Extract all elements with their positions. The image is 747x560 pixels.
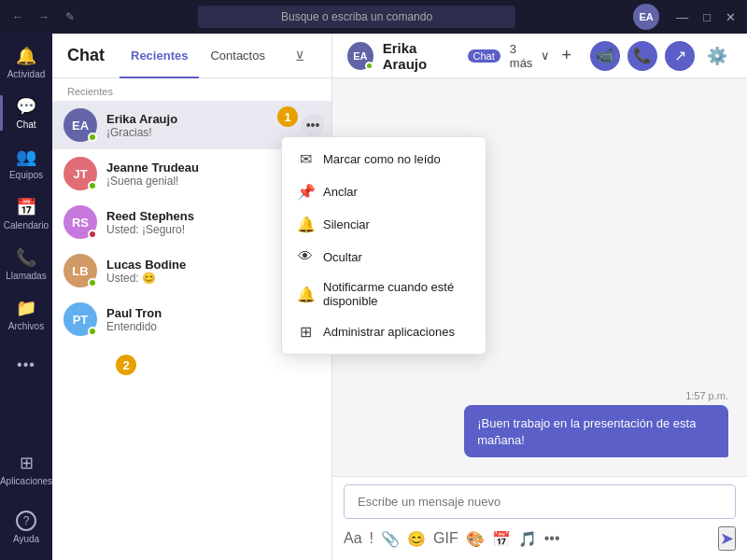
meeting-button[interactable]: 📅 xyxy=(492,530,511,548)
forward-button[interactable]: → xyxy=(34,7,54,27)
sidebar-item-calendario[interactable]: 📅 Calendario xyxy=(0,189,52,239)
chat-item-info: Reed Stephens Usted: ¡Seguro! xyxy=(106,209,305,236)
message-text: ¡Buen trabajo en la presentación de esta… xyxy=(477,416,696,447)
titlebar-nav: ← → ✎ xyxy=(7,7,80,27)
chat-item-info: Jeanne Trudeau ¡Suena genial! xyxy=(106,161,291,188)
back-button[interactable]: ← xyxy=(7,7,28,27)
search-placeholder: Busque o escriba un comando xyxy=(281,10,432,23)
status-indicator xyxy=(365,62,374,70)
chat-icon: 💬 xyxy=(16,96,36,117)
input-area: Aa ! 📎 😊 GIF 🎨 📅 🎵 ••• ➤ xyxy=(332,476,747,560)
avatar: EA xyxy=(63,108,97,142)
window-controls: — □ ✕ xyxy=(672,10,740,24)
chat-main-header: EA Erika Araujo Chat 3 más ∨ + 📹 📞 ↗ xyxy=(332,34,747,78)
mas-button[interactable]: 3 más ∨ xyxy=(510,42,551,70)
message-bubble: ¡Buen trabajo en la presentación de esta… xyxy=(464,405,728,457)
search-bar[interactable]: Busque o escriba un comando xyxy=(198,6,515,28)
menu-item-pin[interactable]: 📌 Anclar xyxy=(282,175,486,208)
avatar: RS xyxy=(63,205,97,239)
tab-recientes[interactable]: Recientes xyxy=(120,45,199,66)
more-toolbar-button[interactable]: ••• xyxy=(544,530,560,547)
chevron-down-icon: ∨ xyxy=(541,49,550,63)
step-badge-1: 1 xyxy=(277,106,298,127)
equipos-icon: 👥 xyxy=(16,147,36,167)
important-button[interactable]: ! xyxy=(370,530,374,547)
filter-icon[interactable]: ⊻ xyxy=(295,49,304,63)
input-toolbar: Aa ! 📎 😊 GIF 🎨 📅 🎵 ••• ➤ xyxy=(344,525,736,553)
audio-call-button[interactable]: 📞 xyxy=(627,41,657,71)
sidebar-item-actividad[interactable]: 🔔 Actividad xyxy=(0,37,52,88)
status-online-indicator xyxy=(88,181,97,190)
mute-icon: 🔔 xyxy=(297,216,314,233)
header-actions: 📹 📞 ↗ ⚙️ xyxy=(590,41,732,71)
edit-button[interactable]: ✎ xyxy=(60,7,80,27)
avatar: PT xyxy=(63,302,97,336)
audio-message-button[interactable]: 🎵 xyxy=(518,530,537,548)
gif-button[interactable]: GIF xyxy=(433,530,458,547)
sidebar-item-archivos[interactable]: 📁 Archivos xyxy=(0,289,52,340)
phone-icon: 📞 xyxy=(633,47,652,64)
more-options-button[interactable]: ••• xyxy=(302,114,324,136)
minimize-button[interactable]: — xyxy=(672,10,692,24)
contact-avatar: EA xyxy=(347,42,374,70)
pin-icon: 📌 xyxy=(297,183,314,201)
menu-item-notify[interactable]: 🔔 Notificarme cuando esté disponible xyxy=(282,273,486,315)
archivos-icon: 📁 xyxy=(16,298,36,318)
avatar: LB xyxy=(63,254,97,287)
step-badge-2: 2 xyxy=(116,355,136,375)
context-menu: ✉ Marcar como no leído 📌 Anclar 🔔 Silenc… xyxy=(281,136,486,355)
sidebar-item-equipos[interactable]: 👥 Equipos xyxy=(0,138,52,189)
send-button[interactable]: ➤ xyxy=(718,526,736,551)
menu-item-mute[interactable]: 🔔 Silenciar xyxy=(282,208,486,241)
mas-icon: ••• xyxy=(17,357,35,373)
attach-button[interactable]: 📎 xyxy=(381,530,400,548)
aplicaciones-icon: ⊞ xyxy=(20,453,34,473)
sticker-button[interactable]: 🎨 xyxy=(466,530,485,548)
llamadas-icon: 📞 xyxy=(16,247,36,268)
status-online-indicator xyxy=(88,133,97,142)
share-icon: ↗ xyxy=(674,47,686,64)
titlebar-center: Busque o escriba un comando xyxy=(88,6,626,28)
status-online-indicator xyxy=(88,327,97,336)
tab-contactos[interactable]: Contactos xyxy=(199,45,276,66)
status-online-indicator xyxy=(88,278,97,287)
maximize-button[interactable]: □ xyxy=(699,10,714,24)
avatar: JT xyxy=(63,157,97,190)
message-input[interactable] xyxy=(344,484,736,519)
actividad-icon: 🔔 xyxy=(16,46,36,66)
ayuda-icon: ? xyxy=(16,511,36,531)
user-avatar[interactable]: EA xyxy=(633,4,659,30)
video-call-button[interactable]: 📹 xyxy=(590,41,620,71)
menu-item-mark-unread[interactable]: ✉ Marcar como no leído xyxy=(282,143,486,175)
notify-icon: 🔔 xyxy=(297,286,314,303)
sidebar-item-chat[interactable]: 💬 Chat xyxy=(0,88,52,138)
close-button[interactable]: ✕ xyxy=(722,10,740,24)
recientes-header: Recientes xyxy=(52,78,331,101)
sidebar-item-mas[interactable]: ••• xyxy=(0,340,52,390)
settings-button[interactable]: ⚙️ xyxy=(702,41,732,71)
mark-unread-icon: ✉ xyxy=(297,150,314,168)
format-button[interactable]: Aa xyxy=(344,530,362,547)
sidebar-item-ayuda[interactable]: ? Ayuda xyxy=(0,502,52,553)
chat-panel-title: Chat xyxy=(67,46,105,65)
contact-name: Erika Araujo xyxy=(383,40,458,72)
sidebar-item-llamadas[interactable]: 📞 Llamadas xyxy=(0,239,52,289)
add-participant-button[interactable]: + xyxy=(561,46,571,65)
message-time: 1:57 p.m. xyxy=(351,390,728,401)
calendario-icon: 📅 xyxy=(16,197,36,217)
chat-badge: Chat xyxy=(468,49,500,63)
status-busy-indicator xyxy=(88,230,97,239)
sidebar: 🔔 Actividad 💬 Chat 👥 Equipos 📅 Calendari… xyxy=(0,34,52,560)
chat-panel: Chat Recientes Contactos ⊻ Recientes EA … xyxy=(52,34,332,560)
emoji-button[interactable]: 😊 xyxy=(407,530,426,548)
main-layout: 🔔 Actividad 💬 Chat 👥 Equipos 📅 Calendari… xyxy=(0,34,747,560)
titlebar: ← → ✎ Busque o escriba un comando EA — □… xyxy=(0,0,747,34)
share-screen-button[interactable]: ↗ xyxy=(665,41,695,71)
chat-item-info: Lucas Bodine Usted: 😊 xyxy=(106,258,297,285)
sidebar-item-aplicaciones[interactable]: ⊞ Aplicaciones xyxy=(0,444,52,495)
chat-tabs: Recientes Contactos xyxy=(120,45,276,66)
video-icon: 📹 xyxy=(596,47,614,64)
menu-item-hide[interactable]: 👁 Ocultar xyxy=(282,241,486,273)
hide-icon: 👁 xyxy=(297,248,314,265)
menu-item-manage-apps[interactable]: ⊞ Administrar aplicaciones xyxy=(282,315,486,348)
